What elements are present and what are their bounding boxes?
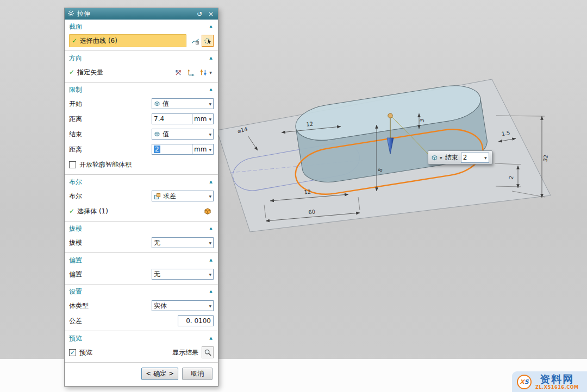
check-icon: ✓ <box>69 207 74 215</box>
curve-rule-button[interactable] <box>189 35 201 47</box>
end-limit-row: 结束 值 ▼ <box>65 127 218 142</box>
boolean-row: 布尔 求差 ▼ <box>65 188 218 204</box>
start-distance-unit-select[interactable]: mm ▼ <box>192 113 214 124</box>
body-type-value: 实体 <box>154 301 207 311</box>
select-body-label: 选择体 (1) <box>77 207 201 216</box>
section-block-preview: 预览 ∧ ✓ 预览 显示结果 <box>65 331 218 363</box>
section-header-preview[interactable]: 预览 ∧ <box>65 331 218 345</box>
application-window: 12 12 60 ⌀14 8 3 <box>0 0 587 392</box>
tolerance-label: 公差 <box>69 317 178 326</box>
section-block-draft: 拔模 ∧ 拔模 无 ▼ <box>65 222 218 253</box>
section-header-section[interactable]: 截面 ∧ <box>65 20 218 33</box>
select-curve-label: 选择曲线 (6) <box>80 36 117 46</box>
section-header-offset[interactable]: 偏置 ∧ <box>65 253 218 267</box>
watermark-url: ZL.XS1616.COM <box>535 385 579 390</box>
end-distance-input[interactable]: 2 <box>152 144 192 155</box>
collapse-icon[interactable]: ∧ <box>209 226 213 231</box>
section-block-section: 截面 ∧ ✓ 选择曲线 (6) <box>65 20 218 51</box>
reset-button[interactable]: ↺ <box>195 10 204 18</box>
section-header-label: 限制 <box>69 85 82 94</box>
chevron-down-icon: ▼ <box>209 304 211 308</box>
collapse-icon[interactable]: ∧ <box>209 24 213 29</box>
start-distance-input[interactable]: 7.4 <box>152 113 192 124</box>
collapse-icon[interactable]: ∧ <box>209 56 213 61</box>
chevron-down-icon: ▼ <box>209 132 211 136</box>
chevron-down-icon: ▼ <box>209 194 211 198</box>
offset-select[interactable]: 无 ▼ <box>152 269 214 280</box>
onscreen-end-distance-input[interactable]: 2 ▼ <box>461 153 489 163</box>
end-limit-value: 值 <box>163 130 207 139</box>
open-profile-checkbox[interactable] <box>69 161 76 168</box>
close-button[interactable]: × <box>207 10 215 18</box>
solid-body-icon <box>203 207 212 216</box>
svg-text:60: 60 <box>308 208 316 215</box>
value-cube-icon <box>431 154 438 161</box>
dialog-titlebar[interactable]: 拉伸 ↺ × <box>65 8 218 20</box>
section-header-direction[interactable]: 方向 ∧ <box>65 51 218 65</box>
collapse-icon[interactable]: ∧ <box>209 258 213 263</box>
drag-handle-origin[interactable] <box>388 113 392 118</box>
extrude-dialog: 拉伸 ↺ × 截面 ∧ ✓ 选择曲线 (6) <box>64 8 218 387</box>
start-limit-select[interactable]: 值 ▼ <box>152 98 214 109</box>
watermark-logo: X S <box>517 375 532 389</box>
watermark-name: 资料网 <box>540 374 574 384</box>
preview-checkbox[interactable]: ✓ <box>69 349 76 356</box>
body-type-label: 体类型 <box>69 301 152 311</box>
chevron-down-icon: ▼ <box>209 117 211 121</box>
start-distance-label: 距离 <box>69 115 152 124</box>
boolean-select[interactable]: 求差 ▼ <box>152 191 214 201</box>
section-header-limits[interactable]: 限制 ∧ <box>65 83 218 96</box>
dialog-buttons: < 确定 > 取消 <box>65 363 218 386</box>
body-type-select[interactable]: 实体 ▼ <box>152 300 214 311</box>
draft-select[interactable]: 无 ▼ <box>152 237 214 248</box>
watermark-logo-s: S <box>524 378 529 385</box>
section-header-label: 方向 <box>69 54 82 63</box>
preview-row: ✓ 预览 显示结果 <box>65 345 218 360</box>
section-header-draft[interactable]: 拔模 ∧ <box>65 222 218 235</box>
select-body-button[interactable] <box>202 205 214 217</box>
select-curve-button[interactable] <box>202 35 214 47</box>
draft-row: 拔模 无 ▼ <box>65 235 218 250</box>
start-limit-row: 开始 值 ▼ <box>65 96 218 111</box>
tolerance-row: 公差 0. 0100 <box>65 313 218 328</box>
end-limit-option-dropdown[interactable]: ▼ <box>431 154 442 161</box>
section-header-label: 拔模 <box>69 224 82 233</box>
section-header-label: 截面 <box>69 22 82 31</box>
section-header-settings[interactable]: 设置 ∧ <box>65 284 218 298</box>
section-block-limits: 限制 ∧ 开始 值 ▼ 距离 7.4 mm <box>65 83 218 175</box>
vector-dialog-button[interactable] <box>185 66 197 78</box>
offset-label: 偏置 <box>69 270 152 279</box>
reverse-vector-button[interactable] <box>172 66 184 78</box>
end-label: 结束 <box>69 130 152 139</box>
show-result-button[interactable] <box>202 346 214 358</box>
end-limit-select[interactable]: 值 ▼ <box>152 129 214 140</box>
value-cube-icon <box>154 131 160 137</box>
collapse-icon[interactable]: ∧ <box>209 289 213 294</box>
boolean-value: 求差 <box>163 192 207 201</box>
section-block-settings: 设置 ∧ 体类型 实体 ▼ 公差 0. 0100 <box>65 284 218 331</box>
reverse-direction-button[interactable]: ▼ <box>197 66 214 78</box>
section-header-boolean[interactable]: 布尔 ∧ <box>65 175 218 188</box>
ok-button[interactable]: < 确定 > <box>141 368 178 380</box>
cancel-button[interactable]: 取消 <box>182 368 213 380</box>
tolerance-input[interactable]: 0. 0100 <box>178 315 214 326</box>
value-cube-icon <box>154 100 160 107</box>
onscreen-end-label: 结束 <box>445 153 458 162</box>
end-distance-unit-select[interactable]: mm ▼ <box>192 144 214 155</box>
collapse-icon[interactable]: ∧ <box>209 336 213 341</box>
collapse-icon[interactable]: ∧ <box>209 87 213 92</box>
show-result-label: 显示结果 <box>172 348 198 357</box>
section-header-label: 预览 <box>69 334 82 343</box>
end-distance-label: 距离 <box>69 145 152 154</box>
onscreen-input-toolbar: ▼ 结束 2 ▼ <box>428 150 492 165</box>
select-curve-field[interactable]: ✓ 选择曲线 (6) <box>69 34 186 47</box>
collapse-icon[interactable]: ∧ <box>209 180 213 185</box>
offset-value: 无 <box>154 270 207 279</box>
chevron-down-icon: ▼ <box>209 71 212 74</box>
gear-icon <box>67 10 74 18</box>
section-header-label: 设置 <box>69 287 82 296</box>
boolean-label: 布尔 <box>69 192 152 201</box>
section-block-offset: 偏置 ∧ 偏置 无 ▼ <box>65 253 218 284</box>
svg-text:12: 12 <box>306 121 314 127</box>
subtract-icon <box>154 193 161 200</box>
